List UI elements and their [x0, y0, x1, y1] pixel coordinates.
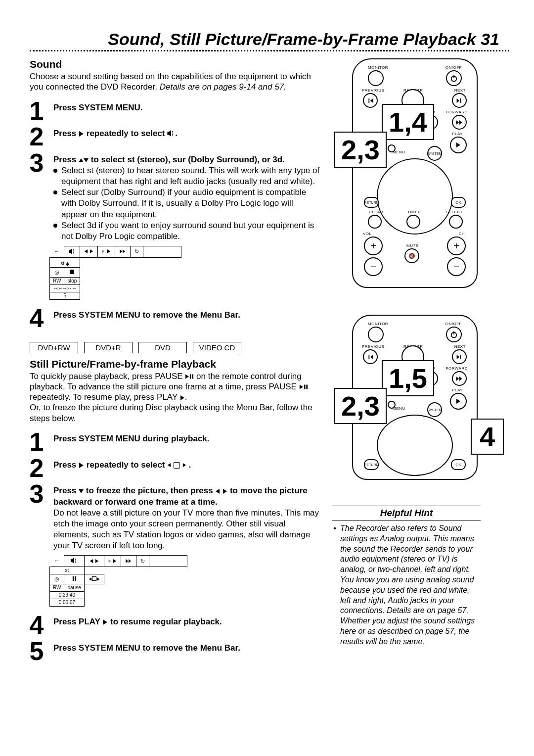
play-button	[450, 137, 467, 153]
sound-menubar-figure: ← ↻ st ◎	[49, 246, 321, 300]
forward-button	[452, 115, 467, 130]
callout-23: 2,3	[334, 132, 387, 168]
hint-title: Helpful Hint	[332, 506, 481, 520]
disc-tag: DVD+R	[84, 342, 133, 353]
still-menubar-figure: ← ↻ st ◎	[49, 555, 321, 607]
callout-23b: 2,3	[334, 388, 387, 424]
still-step-5: 5 Press SYSTEM MENU to remove the Menu B…	[25, 640, 321, 663]
sound-step-3: 3 Press to select st (stereo), sur (Dolb…	[25, 151, 321, 242]
disc-tag: DVD	[138, 342, 187, 353]
page-title: Sound, Still Picture/Frame-by-Frame Play…	[30, 30, 509, 49]
sound-step-2: 2 Press repeatedly to select .	[25, 125, 321, 148]
system-button: SYSTEM	[427, 146, 442, 161]
ch-down-button: −	[447, 257, 466, 276]
sound-intro: Choose a sound setting based on the capa…	[30, 71, 321, 93]
disc-tag: DVD+RW	[30, 342, 78, 353]
system-menu-button	[388, 144, 396, 152]
disc-tags: DVD+RW DVD+R DVD VIDEO CD	[30, 342, 321, 353]
sound-heading: Sound	[30, 58, 321, 70]
remote-figure-bottom: MONITOR ON/OFF PREVIOUS REC/OTR NEXT SLO…	[332, 315, 486, 493]
callout-14: 1,4	[382, 104, 434, 140]
still-step-3: 3 Press to freeze the picture, then pres…	[25, 482, 321, 551]
still-step-1: 1 Press SYSTEM MENU during playback.	[25, 430, 321, 454]
helpful-hint: Helpful Hint The Recorder also refers to…	[332, 506, 481, 647]
still-heading: Still Picture/Frame-by-frame Playback	[30, 358, 321, 370]
vol-up-button: +	[364, 236, 383, 255]
callout-4: 4	[471, 419, 504, 455]
mute-button: 🔇	[404, 248, 419, 263]
disc-tag: VIDEO CD	[193, 342, 241, 353]
divider	[30, 50, 509, 51]
sound-step-4: 4 Press SYSTEM MENU to remove the Menu B…	[25, 307, 321, 330]
power-button	[446, 70, 462, 86]
still-step-2: 2 Press repeatedly to select .	[25, 457, 321, 480]
ch-up-button: +	[447, 236, 466, 255]
callout-15: 1,5	[382, 360, 434, 396]
previous-button	[363, 93, 378, 108]
hint-body: The Recorder also refers to Sound settin…	[332, 523, 481, 647]
monitor-button	[368, 70, 384, 86]
remote-figure-top: MONITOR ON/OFF PREVIOUS REC/OTR NEXT SLO…	[332, 58, 486, 301]
return-button: RETURN	[364, 197, 379, 208]
sound-step-1: 1 Press SYSTEM MENU.	[25, 99, 321, 123]
vol-down-button: −	[364, 257, 383, 276]
still-intro: To quickly pause playback, press PAUSE o…	[30, 371, 321, 424]
next-button	[452, 93, 467, 108]
still-step-4: 4 Press PLAY to resume regular playback.	[25, 614, 321, 637]
ok-button: OK	[451, 197, 466, 208]
